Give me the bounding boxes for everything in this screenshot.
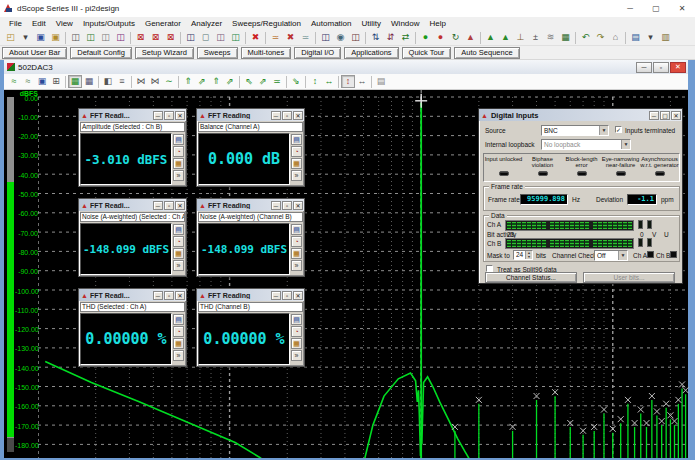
panel-more-button[interactable]: » <box>291 260 302 271</box>
menu-generator[interactable]: Generator <box>140 19 186 28</box>
undo-icon[interactable]: ↶ <box>578 31 593 45</box>
fit-x-icon[interactable]: ↔ <box>322 75 336 88</box>
home-icon[interactable]: ⌂ <box>608 31 623 45</box>
panel-titlebar[interactable]: ▲FFT Readi...─▫✕ <box>79 289 186 301</box>
bits-16-icon[interactable]: ⇅ <box>368 31 383 45</box>
child-window-right-border[interactable] <box>688 60 695 460</box>
zoom-out-y-icon[interactable]: ⇗ <box>195 75 209 88</box>
panel-display-mode-button[interactable]: ▤ <box>291 134 302 145</box>
panel-restore-button[interactable]: ▫ <box>164 291 174 300</box>
menu-file[interactable]: File <box>4 19 27 28</box>
generator-on-icon[interactable]: ● <box>418 31 433 45</box>
window-minimize-button[interactable]: ─ <box>617 1 643 17</box>
panel-titlebar[interactable]: ▲FFT Readi...─▫✕ <box>79 109 186 121</box>
panel-settings-button[interactable]: ▦ <box>173 338 184 349</box>
offset-icon[interactable]: ± <box>528 31 543 45</box>
reading-amplitude-icon[interactable]: ◫ <box>68 31 83 45</box>
multi-tones-button[interactable]: Multi-tones <box>241 47 292 59</box>
legend-icon[interactable]: ▤ <box>374 75 388 88</box>
panel-display-mode-button[interactable]: ▤ <box>291 314 302 325</box>
panel-display-mode-button[interactable]: ▤ <box>173 314 184 325</box>
panel-meter-mode-button[interactable]: ◔ <box>291 236 302 247</box>
reading-phase-icon[interactable]: ◫ <box>98 31 113 45</box>
panel-meter-mode-button[interactable]: ◔ <box>291 326 302 337</box>
meter-3-icon[interactable]: ◫ <box>213 31 228 45</box>
panel-restore-button[interactable]: ▫ <box>282 111 292 120</box>
fit-y-icon[interactable]: ↕ <box>308 75 322 88</box>
child-close-button[interactable]: ✕ <box>670 62 686 73</box>
panel-display-mode-button[interactable]: ▤ <box>173 224 184 235</box>
panel-restore-button[interactable]: ▫ <box>282 291 292 300</box>
channel-status-button[interactable]: Channel Status... <box>485 272 577 283</box>
panel-minimize-button[interactable]: ─ <box>271 291 281 300</box>
panel-settings-button[interactable]: ▦ <box>291 158 302 169</box>
panel-titlebar[interactable]: ▲FFT Reading─▫✕ <box>197 109 304 121</box>
menu-utility[interactable]: Utility <box>356 19 386 28</box>
panel-meter-mode-button[interactable]: ◔ <box>173 146 184 157</box>
meter-4-icon[interactable]: ◫ <box>228 31 243 45</box>
alert-icon[interactable]: ▲ <box>463 31 478 45</box>
panel-titlebar[interactable]: ▲FFT Reading─▫✕ <box>197 289 304 301</box>
open-icon[interactable]: ◰ <box>3 31 18 45</box>
panel-restore-button[interactable]: ▫ <box>164 201 174 210</box>
panel-titlebar[interactable]: ▲FFT Readi...─▫✕ <box>79 199 186 211</box>
limits-icon[interactable]: ≋ <box>543 31 558 45</box>
copy-trace-icon[interactable]: ≈ <box>21 75 35 88</box>
bits-20-icon[interactable]: ⇵ <box>383 31 398 45</box>
panel-settings-button[interactable]: ▦ <box>291 338 302 349</box>
panel-more-button[interactable]: » <box>291 170 302 181</box>
panel-restore-button[interactable]: ▫ <box>164 111 174 120</box>
digital-inputs-titlebar[interactable]: ▲ Digital Inputs ─▢✕ <box>479 109 682 121</box>
log-y-icon[interactable]: ↕ <box>341 75 355 88</box>
smooth-icon[interactable]: ∼ <box>162 75 176 88</box>
panel-more-button[interactable]: » <box>291 350 302 361</box>
menu-view[interactable]: View <box>51 19 78 28</box>
panel-minimize-button[interactable]: ─ <box>153 201 163 210</box>
panel-close-button[interactable]: ✕ <box>175 291 185 300</box>
fft-2-icon[interactable]: ◉ <box>333 31 348 45</box>
dialog-minimize-button[interactable]: ─ <box>649 111 659 120</box>
panel-more-button[interactable]: » <box>173 260 184 271</box>
setup-wizard-button[interactable]: Setup Wizard <box>135 47 194 59</box>
dialog-maximize-button[interactable]: ▢ <box>660 111 670 120</box>
trace-properties-icon[interactable]: ◧ <box>101 75 115 88</box>
trace-up-icon[interactable]: ▲ <box>483 31 498 45</box>
sweeps-button[interactable]: Sweeps <box>197 47 238 59</box>
redo-icon[interactable]: ↷ <box>593 31 608 45</box>
menu-automation[interactable]: Automation <box>306 19 356 28</box>
grid-icon[interactable]: ▦ <box>558 31 573 45</box>
titlebar[interactable]: dScope Series III - pi2design ─▢✕ <box>0 0 695 17</box>
panel-restore-button[interactable]: ▫ <box>282 201 292 210</box>
panel-titlebar[interactable]: ▲FFT Reading─▫✕ <box>197 199 304 211</box>
panel-more-button[interactable]: » <box>173 170 184 181</box>
meter-2-icon[interactable]: ◻ <box>198 31 213 45</box>
panel-close-button[interactable]: ✕ <box>293 111 303 120</box>
reading-thd-icon[interactable]: ◫ <box>113 31 128 45</box>
generator-off-icon[interactable]: ● <box>433 31 448 45</box>
zoom-in-y-icon[interactable]: ⇑ <box>181 75 195 88</box>
menu-analyzer[interactable]: Analyzer <box>186 19 227 28</box>
about-user-bar-button[interactable]: About User Bar <box>2 47 67 59</box>
fft-1-icon[interactable]: ◫ <box>318 31 333 45</box>
track-icon[interactable]: ⇘ <box>289 75 303 88</box>
child-minimize-button[interactable]: ─ <box>636 62 652 73</box>
notes-icon[interactable]: ▥ <box>658 31 673 45</box>
menu-window[interactable]: Window <box>386 19 424 28</box>
digital-i-o-button[interactable]: Digital I/O <box>294 47 341 59</box>
save-icon[interactable]: ▣ <box>33 31 48 45</box>
zoom-in-x-icon[interactable]: ⇑ <box>209 75 223 88</box>
panel-minimize-button[interactable]: ─ <box>153 111 163 120</box>
child-restore-button[interactable]: ▫ <box>653 62 669 73</box>
mask-spinner[interactable]: 24 ▲▼ <box>513 250 533 260</box>
menu-sweeps-regulation[interactable]: Sweeps/Regulation <box>227 19 306 28</box>
panel-more-button[interactable]: » <box>173 350 184 361</box>
script-icon[interactable]: ▤ <box>628 31 643 45</box>
menu-edit[interactable]: Edit <box>27 19 51 28</box>
panel-settings-button[interactable]: ▦ <box>173 248 184 259</box>
sweep-stop-icon[interactable]: ✖ <box>283 31 298 45</box>
dropdown-arrow-icon[interactable]: ▼ <box>618 251 627 260</box>
source-combo[interactable]: BNC ▼ <box>541 125 609 136</box>
auto-sequence-button[interactable]: Auto Sequence <box>454 47 519 59</box>
show-graph-icon[interactable]: ▦ <box>68 75 82 88</box>
cursor-2-icon[interactable]: ⋈ <box>148 75 162 88</box>
